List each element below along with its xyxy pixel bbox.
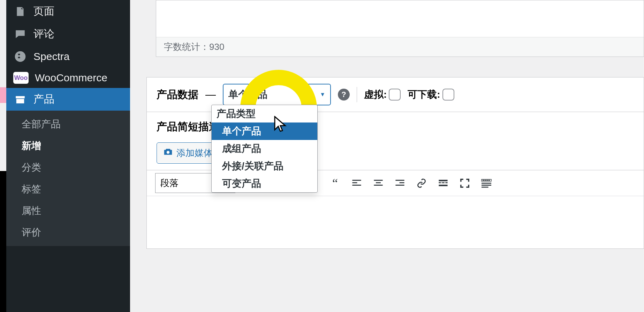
editor-body[interactable] bbox=[156, 0, 644, 37]
chevron-down-icon: ▼ bbox=[320, 91, 325, 98]
svg-rect-32 bbox=[483, 180, 484, 181]
svg-rect-36 bbox=[482, 183, 491, 184]
downloadable-checkbox[interactable] bbox=[442, 89, 454, 101]
dash: — bbox=[205, 89, 216, 101]
sidebar-label: 页面 bbox=[33, 4, 54, 18]
submenu-add-new[interactable]: 新增 bbox=[6, 135, 130, 157]
archive-icon bbox=[13, 92, 27, 106]
sidebar-label: Spectra bbox=[33, 51, 69, 62]
description-editor: 字数统计：930 bbox=[156, 0, 644, 57]
add-media-button[interactable]: 添加媒体 bbox=[157, 142, 219, 164]
virtual-label: 虚拟: bbox=[364, 88, 387, 101]
align-left-button[interactable] bbox=[348, 175, 365, 192]
sidebar-submenu-products: 全部产品 新增 分类 标签 属性 评价 bbox=[6, 111, 130, 246]
dropdown-option-external[interactable]: 外接/关联产品 bbox=[212, 157, 317, 175]
admin-sidebar: 页面 评论 Spectra Woo WooCommerce 产品 全部产品 新增… bbox=[6, 0, 130, 312]
submenu-attributes[interactable]: 属性 bbox=[6, 200, 130, 222]
fullscreen-button[interactable] bbox=[456, 175, 473, 192]
link-button[interactable] bbox=[413, 175, 430, 192]
camera-icon bbox=[163, 147, 173, 159]
blockquote-button[interactable]: “ bbox=[327, 175, 343, 192]
svg-rect-27 bbox=[439, 182, 441, 183]
downloadable-label: 可下载: bbox=[408, 88, 440, 101]
svg-rect-19 bbox=[374, 180, 382, 181]
word-count-value: 930 bbox=[209, 42, 224, 52]
svg-rect-23 bbox=[400, 182, 404, 183]
svg-rect-25 bbox=[439, 180, 447, 181]
svg-rect-24 bbox=[395, 185, 404, 186]
help-icon[interactable]: ? bbox=[338, 89, 350, 101]
sidebar-item-comments[interactable]: 评论 bbox=[6, 23, 130, 45]
product-data-header: 产品数据 — 单个产品 ▼ ? 虚拟: 可下载: 产品类型 单个产品 成组产品 … bbox=[147, 77, 644, 112]
dropdown-option-simple[interactable]: 单个产品 bbox=[212, 122, 317, 140]
panel-title: 产品数据 bbox=[157, 88, 198, 102]
svg-rect-30 bbox=[439, 185, 447, 186]
svg-rect-16 bbox=[352, 180, 361, 181]
svg-rect-20 bbox=[376, 182, 381, 183]
sidebar-item-woocommerce[interactable]: Woo WooCommerce bbox=[6, 68, 130, 88]
svg-rect-34 bbox=[486, 180, 488, 181]
sidebar-label: WooCommerce bbox=[35, 72, 107, 84]
product-type-dropdown: 产品类型 单个产品 成组产品 外接/关联产品 可变产品 bbox=[211, 105, 318, 193]
page-icon bbox=[13, 5, 27, 18]
align-right-button[interactable] bbox=[392, 175, 408, 192]
downloadable-toggle[interactable]: 可下载: bbox=[408, 88, 454, 101]
svg-rect-35 bbox=[488, 180, 490, 181]
align-center-button[interactable] bbox=[370, 175, 387, 192]
product-data-panel: 产品数据 — 单个产品 ▼ ? 虚拟: 可下载: 产品类型 单个产品 成组产品 … bbox=[146, 77, 644, 249]
svg-rect-21 bbox=[374, 185, 382, 186]
sidebar-item-products[interactable]: 产品 bbox=[6, 88, 130, 111]
svg-rect-22 bbox=[395, 180, 404, 181]
spectra-icon bbox=[13, 50, 27, 64]
submenu-tags[interactable]: 标签 bbox=[6, 178, 130, 200]
virtual-checkbox[interactable] bbox=[389, 89, 401, 101]
submenu-all-products[interactable]: 全部产品 bbox=[6, 113, 130, 135]
sidebar-item-spectra[interactable]: Spectra bbox=[6, 45, 130, 68]
pink-fragment bbox=[0, 87, 6, 103]
toolbar-toggle-button[interactable] bbox=[478, 175, 495, 192]
svg-point-3 bbox=[167, 151, 169, 154]
main-content: 字数统计：930 产品数据 — 单个产品 ▼ ? 虚拟: 可下载: bbox=[146, 0, 644, 312]
svg-rect-28 bbox=[442, 182, 444, 183]
insert-more-button[interactable] bbox=[435, 175, 452, 192]
product-type-select[interactable]: 单个产品 ▼ bbox=[223, 84, 331, 105]
svg-point-0 bbox=[15, 51, 26, 62]
dark-fragment bbox=[0, 171, 6, 312]
woocommerce-icon: Woo bbox=[13, 72, 29, 84]
svg-rect-38 bbox=[482, 186, 488, 187]
svg-rect-1 bbox=[16, 96, 25, 98]
format-value: 段落 bbox=[160, 177, 179, 189]
sidebar-item-pages[interactable]: 页面 bbox=[6, 0, 130, 23]
svg-rect-2 bbox=[16, 99, 24, 103]
sidebar-label: 产品 bbox=[33, 92, 54, 106]
add-media-label: 添加媒体 bbox=[176, 147, 213, 159]
submenu-categories[interactable]: 分类 bbox=[6, 157, 130, 178]
divider bbox=[357, 87, 357, 102]
submenu-reviews[interactable]: 评价 bbox=[6, 222, 130, 243]
editor-status-bar: 字数统计：930 bbox=[156, 37, 644, 57]
svg-rect-18 bbox=[352, 185, 361, 186]
comment-icon bbox=[13, 27, 27, 41]
dropdown-option-grouped[interactable]: 成组产品 bbox=[212, 140, 317, 157]
virtual-toggle[interactable]: 虚拟: bbox=[364, 88, 401, 101]
sidebar-label: 评论 bbox=[33, 27, 54, 41]
short-description-editor[interactable] bbox=[147, 196, 644, 248]
dropdown-option-variable[interactable]: 可变产品 bbox=[212, 175, 317, 192]
select-value: 单个产品 bbox=[228, 88, 267, 101]
svg-rect-17 bbox=[352, 182, 357, 183]
word-count-label: 字数统计： bbox=[164, 42, 209, 52]
svg-rect-37 bbox=[482, 185, 491, 186]
svg-rect-33 bbox=[484, 180, 486, 181]
dropdown-group-label: 产品类型 bbox=[212, 105, 317, 122]
svg-rect-29 bbox=[446, 182, 448, 183]
